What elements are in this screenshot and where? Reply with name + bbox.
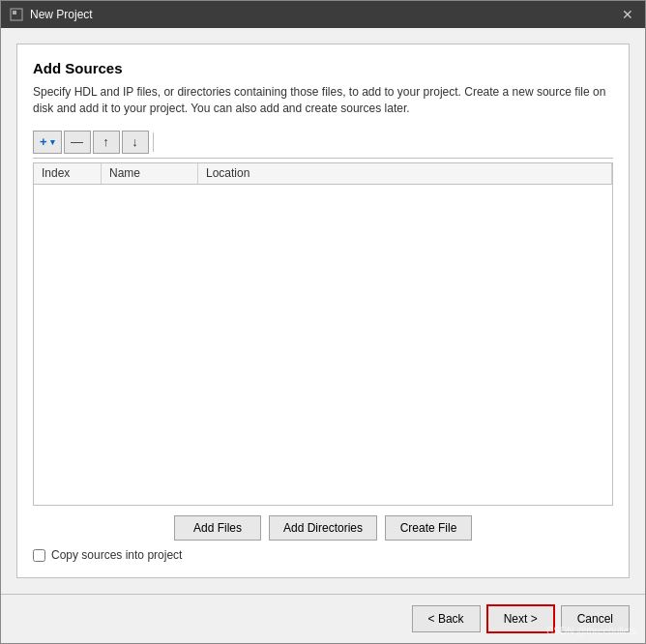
window-title: New Project (30, 8, 618, 21)
toolbar: + ▾ — ↑ ↓ (33, 131, 613, 159)
up-arrow-icon: ↑ (103, 134, 109, 149)
copy-sources-checkbox[interactable] (33, 549, 45, 562)
section-title: Add Sources (33, 60, 613, 76)
new-project-window: New Project ✕ Add Sources Specify HDL an… (0, 0, 646, 644)
add-directories-button[interactable]: Add Directories (269, 515, 377, 541)
add-icon: + (40, 134, 47, 149)
column-header-name: Name (102, 163, 198, 184)
down-arrow-icon: ↓ (132, 134, 138, 149)
sources-table: Index Name Location (33, 162, 613, 506)
source-action-buttons: Add Files Add Directories Create File (33, 515, 613, 541)
card: Add Sources Specify HDL and IP files, or… (16, 44, 630, 578)
window-icon (9, 7, 24, 22)
toolbar-separator (153, 132, 154, 152)
copy-sources-row: Copy sources into project (33, 548, 613, 562)
move-down-button[interactable]: ↓ (122, 131, 149, 154)
copy-sources-label: Copy sources into project (51, 548, 182, 562)
svg-rect-1 (13, 11, 16, 15)
add-button[interactable]: + ▾ (33, 131, 62, 154)
description: Specify HDL and IP files, or directories… (33, 84, 613, 117)
column-header-location: Location (198, 163, 612, 184)
close-button[interactable]: ✕ (618, 5, 637, 24)
content-area: Add Sources Specify HDL and IP files, or… (1, 28, 645, 594)
table-header: Index Name Location (34, 163, 612, 185)
create-file-button[interactable]: Create File (385, 515, 472, 541)
back-button[interactable]: < Back (412, 605, 481, 632)
remove-button[interactable]: — (64, 131, 91, 154)
remove-icon: — (71, 134, 83, 149)
column-header-index: Index (34, 163, 102, 184)
watermark: CSDN @threebullets (546, 626, 636, 636)
dropdown-arrow-icon: ▾ (50, 137, 55, 147)
add-files-button[interactable]: Add Files (174, 515, 261, 541)
title-bar: New Project ✕ (1, 1, 645, 28)
next-button[interactable]: Next > (486, 604, 555, 633)
move-up-button[interactable]: ↑ (93, 131, 120, 154)
table-body (34, 185, 612, 505)
